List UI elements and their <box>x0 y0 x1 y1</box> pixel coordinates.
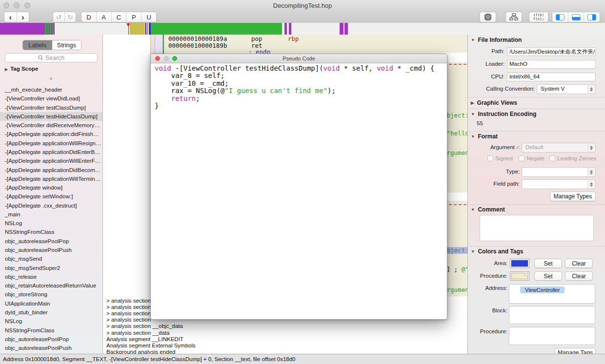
graph-view-button[interactable] <box>505 12 522 22</box>
pseudo-code-button[interactable]: if(b) f(x); <box>529 12 548 22</box>
address-tags-box[interactable]: ViewController <box>509 284 595 304</box>
path-field[interactable]: /Users/Jim/Desktop/未命名文件夹/ <box>507 47 596 56</box>
label-list-item[interactable]: objc_msgSend <box>0 254 103 263</box>
label-list-item[interactable]: objc_storeStrong <box>0 290 103 299</box>
label-list-item[interactable]: -[AppDelegate .cxx_destruct] <box>0 201 103 210</box>
stepper-icon <box>587 168 595 176</box>
redo-button[interactable]: ↻ <box>65 12 76 22</box>
manage-tags-button[interactable]: Manage Tags <box>555 348 596 354</box>
search-input[interactable]: Search <box>5 53 98 62</box>
comment-textarea[interactable] <box>480 215 594 241</box>
assembly-line[interactable]: 000000010000189bret <box>165 42 299 49</box>
data-button[interactable]: D <box>81 12 97 22</box>
label-list-item[interactable]: objc_msgSendSuper2 <box>0 264 103 272</box>
assembly-line[interactable]: 000000010000189apoprbp <box>165 36 299 42</box>
label-list-item[interactable]: objc_retainAutoreleasedReturnValue <box>0 281 103 290</box>
tab-strings[interactable]: Strings <box>52 40 81 50</box>
tag-scope-disclosure[interactable]: ▶Tag Scope <box>5 66 38 72</box>
nav-map-segment[interactable] <box>54 23 55 35</box>
code-token: void <box>323 64 340 72</box>
label-list-item[interactable]: -[AppDelegate applicationWillResign… <box>0 139 103 148</box>
nav-map-segment[interactable] <box>340 23 343 35</box>
toggle-right-panel-button[interactable] <box>584 12 600 22</box>
nav-map-segment[interactable] <box>145 23 146 35</box>
nav-map-segment[interactable] <box>151 23 282 35</box>
nav-map-segment[interactable] <box>130 23 144 35</box>
label-list-item[interactable]: -[ViewController didReceiveMemory… <box>0 121 103 130</box>
label-list-item[interactable]: NSStringFromClass <box>0 228 103 236</box>
type-select[interactable] <box>522 167 596 177</box>
label-list-item[interactable]: objc_autoreleasePoolPop <box>0 335 103 344</box>
file-information-header[interactable]: ▼File Information <box>471 37 522 43</box>
label-list-item[interactable]: -[AppDelegate window] <box>0 183 103 192</box>
pseudo-code-titlebar[interactable]: Pseudo Code <box>151 54 447 63</box>
label-list-item[interactable]: -[ViewController testClassDump] <box>0 103 103 112</box>
path-label: Path: <box>491 48 504 54</box>
back-button[interactable]: ‹ <box>4 12 17 22</box>
area-clear-button[interactable]: Clear <box>565 259 593 268</box>
nav-map-segment[interactable] <box>289 23 291 35</box>
procedure-clear-button[interactable]: Clear <box>565 271 593 281</box>
label-list-item[interactable]: -[AppDelegate application:didFinish… <box>0 130 103 138</box>
procedure-color-well[interactable] <box>510 271 529 281</box>
label-list-item[interactable]: -[AppDelegate setWindow:] <box>0 192 103 201</box>
loader-field[interactable]: MachO <box>507 60 596 69</box>
window-title: DecompilingTest.hop <box>0 2 605 9</box>
toggle-left-panel-button[interactable] <box>552 12 568 22</box>
label-list-item[interactable]: -[AppDelegate applicationDidBecom… <box>0 166 103 174</box>
label-list-item[interactable]: objc_autoreleasePoolPush <box>0 344 103 352</box>
area-set-button[interactable]: Set <box>534 259 562 268</box>
manage-types-button[interactable]: Manage Types <box>550 192 596 201</box>
label-list-item[interactable]: dyld_stub_binder <box>0 308 103 317</box>
procedure-set-button[interactable]: Set <box>534 271 562 281</box>
graphic-views-header[interactable]: ▶Graphic Views <box>471 99 517 106</box>
procedure-tags-box[interactable] <box>509 327 595 345</box>
label-list-item[interactable]: UIApplicationMain <box>0 299 103 308</box>
label-list-item[interactable]: -[AppDelegate applicationDidEnterB… <box>0 148 103 156</box>
label-list-item[interactable]: NSStringFromClass <box>0 326 103 335</box>
block-tags-box[interactable] <box>509 306 595 324</box>
nav-map-segment[interactable] <box>0 23 45 35</box>
undo-button[interactable]: ↺ <box>53 12 65 22</box>
label-list-item[interactable]: -[ViewController testHideClassDump] <box>0 112 103 121</box>
label-list-item[interactable]: -[AppDelegate applicationWillTermin… <box>0 174 103 183</box>
label-list-item[interactable]: NSLog <box>0 317 103 326</box>
pseudo-code-text[interactable]: void -[ViewController testHideClassDump]… <box>155 65 434 110</box>
navigation-map[interactable] <box>0 23 605 35</box>
cpu-view-button[interactable] <box>480 12 496 22</box>
format-header[interactable]: ▼Format <box>471 133 498 140</box>
label-list-item[interactable]: _main <box>0 210 103 219</box>
sidebar-splitter-dot[interactable] <box>50 77 52 80</box>
leading-zeroes-checkbox[interactable]: Leading Zeroes <box>549 155 596 161</box>
ascii-button[interactable]: A <box>97 12 112 22</box>
label-list-item[interactable]: objc_autoreleasePoolPush <box>0 246 103 254</box>
tab-labels[interactable]: Labels <box>23 40 52 50</box>
nav-map-segment[interactable] <box>284 23 287 35</box>
calling-convention-select[interactable]: System V <box>537 84 596 94</box>
forward-button[interactable]: › <box>17 12 29 22</box>
nav-map-segment[interactable] <box>147 23 148 35</box>
procedure-button[interactable]: P <box>126 12 141 22</box>
label-list-item[interactable]: -[ViewController viewDidLoad] <box>0 94 103 103</box>
address-tag-pill[interactable]: ViewController <box>520 287 565 293</box>
pseudo-code-window[interactable]: Pseudo Code void -[ViewController testHi… <box>150 54 447 320</box>
label-list-item[interactable]: objc_release <box>0 272 103 281</box>
field-path-select[interactable] <box>522 179 596 189</box>
colors-and-tags-header[interactable]: ▼Colors and Tags <box>471 248 524 255</box>
undefine-button[interactable]: U <box>141 12 156 22</box>
label-list-item[interactable]: __mh_execute_header <box>0 85 103 94</box>
label-list-item[interactable]: -[AppDelegate applicationWillEnterF… <box>0 156 103 165</box>
code-button[interactable]: C <box>112 12 127 22</box>
comment-header[interactable]: ▼Comment <box>471 206 505 213</box>
label-list-item[interactable]: NSLog <box>0 219 103 228</box>
argument-format-select[interactable]: Default <box>522 143 596 153</box>
toggle-bottom-panel-button[interactable] <box>568 12 585 22</box>
area-color-well[interactable] <box>510 259 529 268</box>
negate-checkbox[interactable]: Negate <box>519 155 544 161</box>
instruction-encoding-header[interactable]: ▼Instruction Encoding <box>471 111 536 117</box>
nav-map-segment[interactable] <box>344 23 348 35</box>
signed-checkbox[interactable]: Signed <box>487 155 513 161</box>
label-list-item[interactable]: objc_autoreleasePoolPop <box>0 237 103 246</box>
cpu-field[interactable]: intel/x86_64 <box>507 73 596 81</box>
assembly-listing[interactable]: 000000010000189apoprbp000000010000189bre… <box>165 36 299 56</box>
